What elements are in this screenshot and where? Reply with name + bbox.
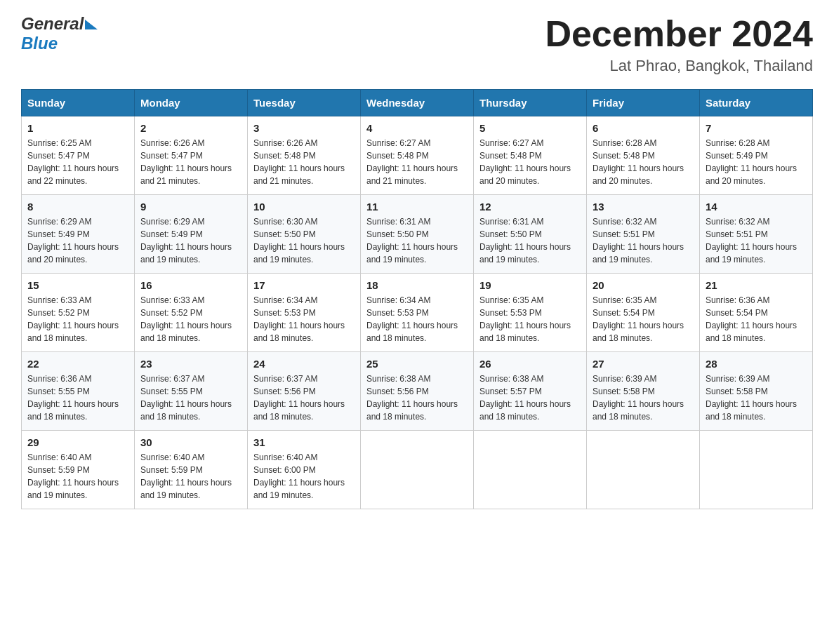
day-number: 3 — [253, 122, 355, 134]
day-info: Sunrise: 6:33 AMSunset: 5:52 PMDaylight:… — [140, 294, 241, 344]
day-info: Sunrise: 6:26 AMSunset: 5:48 PMDaylight:… — [253, 137, 355, 187]
day-number: 10 — [253, 201, 355, 213]
day-number: 5 — [479, 122, 581, 134]
calendar-cell: 3 Sunrise: 6:26 AMSunset: 5:48 PMDayligh… — [248, 116, 361, 195]
day-number: 19 — [479, 279, 581, 291]
day-number: 31 — [253, 436, 355, 448]
day-number: 8 — [27, 201, 128, 213]
logo: General Blue — [21, 14, 98, 53]
calendar-cell: 15 Sunrise: 6:33 AMSunset: 5:52 PMDaylig… — [22, 274, 135, 352]
location-title: Lat Phrao, Bangkok, Thailand — [545, 57, 813, 75]
day-info: Sunrise: 6:37 AMSunset: 5:55 PMDaylight:… — [140, 373, 241, 423]
calendar-cell — [474, 431, 587, 509]
day-info: Sunrise: 6:28 AMSunset: 5:49 PMDaylight:… — [706, 137, 807, 187]
day-info: Sunrise: 6:39 AMSunset: 5:58 PMDaylight:… — [593, 373, 694, 423]
day-info: Sunrise: 6:28 AMSunset: 5:48 PMDaylight:… — [593, 137, 694, 187]
calendar-cell: 12 Sunrise: 6:31 AMSunset: 5:50 PMDaylig… — [474, 195, 587, 274]
logo-blue-text: Blue — [21, 34, 58, 53]
day-number: 18 — [366, 279, 468, 291]
header-tuesday: Tuesday — [248, 90, 361, 116]
calendar-cell: 1 Sunrise: 6:25 AMSunset: 5:47 PMDayligh… — [22, 116, 135, 195]
day-info: Sunrise: 6:36 AMSunset: 5:54 PMDaylight:… — [706, 294, 807, 344]
header-friday: Friday — [587, 90, 700, 116]
day-number: 21 — [706, 279, 807, 291]
calendar-cell: 4 Sunrise: 6:27 AMSunset: 5:48 PMDayligh… — [361, 116, 474, 195]
calendar-week-3: 15 Sunrise: 6:33 AMSunset: 5:52 PMDaylig… — [22, 274, 813, 352]
day-number: 29 — [27, 436, 128, 448]
day-info: Sunrise: 6:27 AMSunset: 5:48 PMDaylight:… — [479, 137, 581, 187]
calendar-cell: 11 Sunrise: 6:31 AMSunset: 5:50 PMDaylig… — [361, 195, 474, 274]
calendar-week-5: 29 Sunrise: 6:40 AMSunset: 5:59 PMDaylig… — [22, 431, 813, 509]
day-info: Sunrise: 6:32 AMSunset: 5:51 PMDaylight:… — [593, 215, 694, 266]
calendar-cell: 28 Sunrise: 6:39 AMSunset: 5:58 PMDaylig… — [700, 352, 813, 431]
day-info: Sunrise: 6:33 AMSunset: 5:52 PMDaylight:… — [27, 294, 128, 344]
day-info: Sunrise: 6:37 AMSunset: 5:56 PMDaylight:… — [253, 373, 355, 423]
calendar-table: SundayMondayTuesdayWednesdayThursdayFrid… — [21, 89, 813, 509]
day-info: Sunrise: 6:34 AMSunset: 5:53 PMDaylight:… — [253, 294, 355, 344]
day-number: 23 — [140, 358, 241, 370]
calendar-cell — [587, 431, 700, 509]
calendar-week-1: 1 Sunrise: 6:25 AMSunset: 5:47 PMDayligh… — [22, 116, 813, 195]
day-number: 20 — [593, 279, 694, 291]
calendar-cell: 20 Sunrise: 6:35 AMSunset: 5:54 PMDaylig… — [587, 274, 700, 352]
day-info: Sunrise: 6:40 AMSunset: 6:00 PMDaylight:… — [253, 451, 355, 502]
month-title: December 2024 — [545, 14, 813, 54]
header-sunday: Sunday — [22, 90, 135, 116]
day-info: Sunrise: 6:25 AMSunset: 5:47 PMDaylight:… — [27, 137, 128, 187]
calendar-cell: 16 Sunrise: 6:33 AMSunset: 5:52 PMDaylig… — [135, 274, 248, 352]
calendar-week-2: 8 Sunrise: 6:29 AMSunset: 5:49 PMDayligh… — [22, 195, 813, 274]
page-header: General Blue December 2024 Lat Phrao, Ba… — [21, 14, 813, 75]
day-number: 4 — [366, 122, 468, 134]
calendar-cell: 8 Sunrise: 6:29 AMSunset: 5:49 PMDayligh… — [22, 195, 135, 274]
calendar-cell: 30 Sunrise: 6:40 AMSunset: 5:59 PMDaylig… — [135, 431, 248, 509]
day-number: 2 — [140, 122, 241, 134]
calendar-cell: 29 Sunrise: 6:40 AMSunset: 5:59 PMDaylig… — [22, 431, 135, 509]
calendar-cell: 24 Sunrise: 6:37 AMSunset: 5:56 PMDaylig… — [248, 352, 361, 431]
day-number: 9 — [140, 201, 241, 213]
calendar-cell: 9 Sunrise: 6:29 AMSunset: 5:49 PMDayligh… — [135, 195, 248, 274]
day-number: 14 — [706, 201, 807, 213]
calendar-header-row: SundayMondayTuesdayWednesdayThursdayFrid… — [22, 90, 813, 116]
title-block: December 2024 Lat Phrao, Bangkok, Thaila… — [545, 14, 813, 75]
day-info: Sunrise: 6:30 AMSunset: 5:50 PMDaylight:… — [253, 215, 355, 266]
calendar-cell: 19 Sunrise: 6:35 AMSunset: 5:53 PMDaylig… — [474, 274, 587, 352]
day-info: Sunrise: 6:32 AMSunset: 5:51 PMDaylight:… — [706, 215, 807, 266]
calendar-cell — [361, 431, 474, 509]
calendar-cell: 5 Sunrise: 6:27 AMSunset: 5:48 PMDayligh… — [474, 116, 587, 195]
day-info: Sunrise: 6:31 AMSunset: 5:50 PMDaylight:… — [479, 215, 581, 266]
day-number: 27 — [593, 358, 694, 370]
calendar-cell: 10 Sunrise: 6:30 AMSunset: 5:50 PMDaylig… — [248, 195, 361, 274]
calendar-cell: 7 Sunrise: 6:28 AMSunset: 5:49 PMDayligh… — [700, 116, 813, 195]
day-number: 17 — [253, 279, 355, 291]
header-thursday: Thursday — [474, 90, 587, 116]
calendar-cell: 25 Sunrise: 6:38 AMSunset: 5:56 PMDaylig… — [361, 352, 474, 431]
calendar-cell: 22 Sunrise: 6:36 AMSunset: 5:55 PMDaylig… — [22, 352, 135, 431]
day-info: Sunrise: 6:31 AMSunset: 5:50 PMDaylight:… — [366, 215, 468, 266]
calendar-cell: 13 Sunrise: 6:32 AMSunset: 5:51 PMDaylig… — [587, 195, 700, 274]
day-info: Sunrise: 6:29 AMSunset: 5:49 PMDaylight:… — [140, 215, 241, 266]
calendar-cell: 26 Sunrise: 6:38 AMSunset: 5:57 PMDaylig… — [474, 352, 587, 431]
calendar-cell: 2 Sunrise: 6:26 AMSunset: 5:47 PMDayligh… — [135, 116, 248, 195]
day-info: Sunrise: 6:38 AMSunset: 5:56 PMDaylight:… — [366, 373, 468, 423]
logo-arrow-icon — [85, 20, 98, 29]
day-number: 26 — [479, 358, 581, 370]
day-info: Sunrise: 6:39 AMSunset: 5:58 PMDaylight:… — [706, 373, 807, 423]
day-info: Sunrise: 6:36 AMSunset: 5:55 PMDaylight:… — [27, 373, 128, 423]
calendar-week-4: 22 Sunrise: 6:36 AMSunset: 5:55 PMDaylig… — [22, 352, 813, 431]
header-monday: Monday — [135, 90, 248, 116]
day-info: Sunrise: 6:35 AMSunset: 5:53 PMDaylight:… — [479, 294, 581, 344]
day-number: 6 — [593, 122, 694, 134]
day-info: Sunrise: 6:35 AMSunset: 5:54 PMDaylight:… — [593, 294, 694, 344]
calendar-cell: 23 Sunrise: 6:37 AMSunset: 5:55 PMDaylig… — [135, 352, 248, 431]
header-saturday: Saturday — [700, 90, 813, 116]
day-info: Sunrise: 6:34 AMSunset: 5:53 PMDaylight:… — [366, 294, 468, 344]
day-number: 15 — [27, 279, 128, 291]
day-number: 7 — [706, 122, 807, 134]
day-number: 24 — [253, 358, 355, 370]
day-number: 1 — [27, 122, 128, 134]
calendar-cell: 27 Sunrise: 6:39 AMSunset: 5:58 PMDaylig… — [587, 352, 700, 431]
calendar-cell: 17 Sunrise: 6:34 AMSunset: 5:53 PMDaylig… — [248, 274, 361, 352]
day-info: Sunrise: 6:38 AMSunset: 5:57 PMDaylight:… — [479, 373, 581, 423]
logo-general-text: General — [21, 14, 84, 34]
day-number: 22 — [27, 358, 128, 370]
